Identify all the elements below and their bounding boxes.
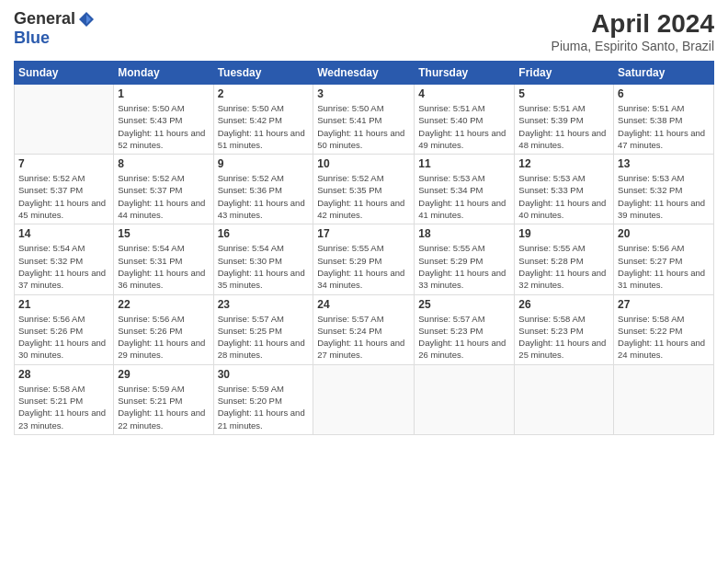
week-row-4: 21Sunrise: 5:56 AMSunset: 5:26 PMDayligh…: [15, 294, 714, 364]
day-number: 9: [218, 157, 310, 170]
day-info: Sunrise: 5:56 AMSunset: 5:26 PMDaylight:…: [18, 313, 109, 362]
week-row-1: 1Sunrise: 5:50 AMSunset: 5:43 PMDaylight…: [15, 85, 714, 155]
day-cell: [515, 364, 614, 434]
day-number: 6: [618, 87, 710, 100]
day-info: Sunrise: 5:51 AMSunset: 5:40 PMDaylight:…: [418, 102, 510, 151]
day-info: Sunrise: 5:59 AMSunset: 5:20 PMDaylight:…: [218, 383, 310, 431]
day-info: Sunrise: 5:55 AMSunset: 5:28 PMDaylight:…: [518, 242, 609, 291]
day-cell: 25Sunrise: 5:57 AMSunset: 5:23 PMDayligh…: [415, 294, 515, 364]
day-number: 30: [218, 368, 310, 381]
day-info: Sunrise: 5:50 AMSunset: 5:41 PMDaylight:…: [317, 102, 410, 151]
day-info: Sunrise: 5:58 AMSunset: 5:21 PMDaylight:…: [18, 383, 109, 431]
day-cell: 26Sunrise: 5:58 AMSunset: 5:23 PMDayligh…: [515, 294, 614, 364]
day-info: Sunrise: 5:58 AMSunset: 5:22 PMDaylight:…: [618, 313, 710, 362]
day-info: Sunrise: 5:57 AMSunset: 5:23 PMDaylight:…: [418, 313, 510, 362]
day-cell: 24Sunrise: 5:57 AMSunset: 5:24 PMDayligh…: [313, 294, 415, 364]
logo-blue-text: Blue: [14, 29, 50, 48]
day-number: 23: [218, 298, 310, 311]
day-number: 2: [218, 87, 310, 100]
day-number: 17: [317, 227, 410, 240]
day-cell: [614, 364, 714, 434]
day-cell: [313, 364, 415, 434]
day-cell: 6Sunrise: 5:51 AMSunset: 5:38 PMDaylight…: [614, 85, 714, 155]
day-info: Sunrise: 5:52 AMSunset: 5:36 PMDaylight:…: [218, 172, 310, 221]
day-cell: 23Sunrise: 5:57 AMSunset: 5:25 PMDayligh…: [213, 294, 313, 364]
col-header-monday: Monday: [114, 62, 213, 85]
col-header-friday: Friday: [515, 62, 614, 85]
day-cell: 14Sunrise: 5:54 AMSunset: 5:32 PMDayligh…: [15, 224, 114, 294]
day-cell: 17Sunrise: 5:55 AMSunset: 5:29 PMDayligh…: [313, 224, 415, 294]
day-number: 20: [618, 227, 710, 240]
col-header-tuesday: Tuesday: [213, 62, 313, 85]
day-cell: 27Sunrise: 5:58 AMSunset: 5:22 PMDayligh…: [614, 294, 714, 364]
day-number: 25: [418, 298, 510, 311]
day-info: Sunrise: 5:52 AMSunset: 5:37 PMDaylight:…: [118, 172, 209, 221]
day-info: Sunrise: 5:58 AMSunset: 5:23 PMDaylight:…: [518, 313, 609, 362]
day-cell: 22Sunrise: 5:56 AMSunset: 5:26 PMDayligh…: [114, 294, 213, 364]
day-cell: [415, 364, 515, 434]
day-cell: 4Sunrise: 5:51 AMSunset: 5:40 PMDaylight…: [415, 85, 515, 155]
day-number: 29: [118, 368, 209, 381]
day-number: 26: [518, 298, 609, 311]
day-number: 24: [317, 298, 410, 311]
day-info: Sunrise: 5:56 AMSunset: 5:26 PMDaylight:…: [118, 313, 209, 362]
day-info: Sunrise: 5:53 AMSunset: 5:33 PMDaylight:…: [518, 172, 609, 221]
day-cell: 9Sunrise: 5:52 AMSunset: 5:36 PMDaylight…: [213, 155, 313, 224]
day-number: 18: [418, 227, 510, 240]
day-info: Sunrise: 5:56 AMSunset: 5:27 PMDaylight:…: [618, 242, 710, 291]
day-info: Sunrise: 5:52 AMSunset: 5:37 PMDaylight:…: [18, 172, 109, 221]
day-info: Sunrise: 5:55 AMSunset: 5:29 PMDaylight:…: [317, 242, 410, 291]
day-cell: 8Sunrise: 5:52 AMSunset: 5:37 PMDaylight…: [114, 155, 213, 224]
day-info: Sunrise: 5:59 AMSunset: 5:21 PMDaylight:…: [118, 383, 209, 431]
day-info: Sunrise: 5:57 AMSunset: 5:24 PMDaylight:…: [317, 313, 410, 362]
day-cell: 20Sunrise: 5:56 AMSunset: 5:27 PMDayligh…: [614, 224, 714, 294]
month-title: April 2024: [552, 9, 714, 39]
day-number: 21: [18, 298, 109, 311]
header-row: SundayMondayTuesdayWednesdayThursdayFrid…: [15, 62, 714, 85]
day-number: 10: [317, 157, 410, 170]
day-number: 11: [418, 157, 510, 170]
week-row-5: 28Sunrise: 5:58 AMSunset: 5:21 PMDayligh…: [15, 364, 714, 434]
day-number: 15: [118, 227, 209, 240]
col-header-thursday: Thursday: [415, 62, 515, 85]
logo-general-text: General: [14, 9, 75, 29]
day-info: Sunrise: 5:53 AMSunset: 5:34 PMDaylight:…: [418, 172, 510, 221]
day-cell: 13Sunrise: 5:53 AMSunset: 5:32 PMDayligh…: [614, 155, 714, 224]
title-section: April 2024 Piuma, Espirito Santo, Brazil: [552, 9, 714, 53]
day-info: Sunrise: 5:51 AMSunset: 5:39 PMDaylight:…: [518, 102, 609, 151]
day-cell: 1Sunrise: 5:50 AMSunset: 5:43 PMDaylight…: [114, 85, 213, 155]
day-number: 28: [18, 368, 109, 381]
location: Piuma, Espirito Santo, Brazil: [552, 39, 714, 53]
logo-icon: [77, 10, 96, 29]
day-cell: 12Sunrise: 5:53 AMSunset: 5:33 PMDayligh…: [515, 155, 614, 224]
day-cell: 21Sunrise: 5:56 AMSunset: 5:26 PMDayligh…: [15, 294, 114, 364]
day-number: 1: [118, 87, 209, 100]
day-cell: 2Sunrise: 5:50 AMSunset: 5:42 PMDaylight…: [213, 85, 313, 155]
day-info: Sunrise: 5:52 AMSunset: 5:35 PMDaylight:…: [317, 172, 410, 221]
day-info: Sunrise: 5:53 AMSunset: 5:32 PMDaylight:…: [618, 172, 710, 221]
day-number: 13: [618, 157, 710, 170]
day-cell: 19Sunrise: 5:55 AMSunset: 5:28 PMDayligh…: [515, 224, 614, 294]
day-cell: 29Sunrise: 5:59 AMSunset: 5:21 PMDayligh…: [114, 364, 213, 434]
day-cell: 10Sunrise: 5:52 AMSunset: 5:35 PMDayligh…: [313, 155, 415, 224]
day-number: 27: [618, 298, 710, 311]
day-info: Sunrise: 5:50 AMSunset: 5:42 PMDaylight:…: [218, 102, 310, 151]
day-cell: 3Sunrise: 5:50 AMSunset: 5:41 PMDaylight…: [313, 85, 415, 155]
logo: General Blue: [14, 9, 96, 48]
day-info: Sunrise: 5:54 AMSunset: 5:32 PMDaylight:…: [18, 242, 109, 291]
day-number: 4: [418, 87, 510, 100]
day-number: 16: [218, 227, 310, 240]
day-number: 5: [518, 87, 609, 100]
day-info: Sunrise: 5:54 AMSunset: 5:31 PMDaylight:…: [118, 242, 209, 291]
day-cell: 11Sunrise: 5:53 AMSunset: 5:34 PMDayligh…: [415, 155, 515, 224]
day-cell: 18Sunrise: 5:55 AMSunset: 5:29 PMDayligh…: [415, 224, 515, 294]
day-number: 8: [118, 157, 209, 170]
day-cell: 5Sunrise: 5:51 AMSunset: 5:39 PMDaylight…: [515, 85, 614, 155]
day-cell: 15Sunrise: 5:54 AMSunset: 5:31 PMDayligh…: [114, 224, 213, 294]
day-cell: 28Sunrise: 5:58 AMSunset: 5:21 PMDayligh…: [15, 364, 114, 434]
week-row-2: 7Sunrise: 5:52 AMSunset: 5:37 PMDaylight…: [15, 155, 714, 224]
day-cell: 16Sunrise: 5:54 AMSunset: 5:30 PMDayligh…: [213, 224, 313, 294]
day-cell: [15, 85, 114, 155]
day-info: Sunrise: 5:57 AMSunset: 5:25 PMDaylight:…: [218, 313, 310, 362]
col-header-sunday: Sunday: [15, 62, 114, 85]
